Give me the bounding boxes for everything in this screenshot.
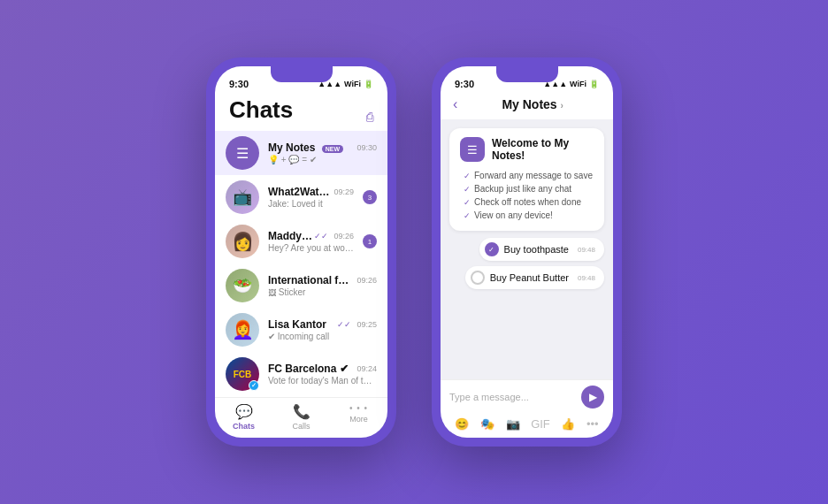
check-icon-2: ✓	[464, 185, 471, 194]
chat-item-lisa[interactable]: 👩‍🦰 Lisa Kantor ✓✓ 09:25 ✔ Incoming call	[215, 308, 387, 352]
chat-name-my-notes: My Notes NEW	[268, 141, 343, 154]
chat-item-intl-foodies[interactable]: 🥗 International foodies 09:26 🖼 Sticker	[215, 263, 387, 308]
chat-name-maddy: Maddy Johnson	[268, 230, 314, 242]
unread-badge-what2watch: 3	[363, 190, 377, 204]
chats-title: Chats	[229, 96, 293, 124]
nav-more-label: More	[349, 415, 368, 424]
todo-check-toothpaste[interactable]: ✓	[485, 242, 499, 256]
welcome-header: ☰ Welcome to My Notes!	[460, 137, 594, 162]
todo-check-peanut-butter[interactable]	[471, 271, 485, 285]
chats-header: Chats ⎙	[215, 93, 387, 131]
notes-chevron: ›	[561, 101, 564, 111]
todo-item-toothpaste[interactable]: ✓ Buy toothpaste 09:48	[479, 238, 604, 261]
welcome-card: ☰ Welcome to My Notes! ✓ Forward any mes…	[449, 128, 604, 231]
unread-badge-maddy: 1	[363, 234, 377, 248]
status-time-1: 9:30	[229, 79, 249, 89]
emoji-icon[interactable]: 😊	[455, 417, 469, 431]
back-button[interactable]: ‹	[453, 96, 457, 112]
todo-section: ✓ Buy toothpaste 09:48 Buy Peanut Butter…	[449, 238, 604, 289]
avatar-fc-barcelona: FCB ✓	[226, 357, 259, 391]
avatar-lisa: 👩‍🦰	[226, 313, 259, 347]
notes-header: ‹ My Notes ›	[441, 93, 613, 119]
chat-content-intl-foodies: International foodies 09:26 🖼 Sticker	[268, 274, 377, 297]
avatar-my-notes: ☰	[226, 136, 259, 170]
signal-icon-2: ▲▲▲	[543, 80, 567, 88]
status-bar-2: 9:30 ▲▲▲ WiFi 🔋	[441, 66, 613, 93]
like-icon[interactable]: 👍	[561, 417, 575, 431]
message-placeholder: Type a message...	[449, 392, 576, 402]
welcome-item-2: ✓ Backup just like any chat	[464, 182, 594, 195]
gif-icon[interactable]: GIF	[531, 417, 550, 431]
nav-chats[interactable]: 💬 Chats	[215, 403, 272, 431]
chat-name-lisa: Lisa Kantor	[268, 318, 326, 331]
chat-preview-what2watch: Jake: Loved it	[268, 199, 354, 209]
bottom-nav: 💬 Chats 📞 Calls • • • More	[215, 397, 387, 438]
welcome-title: Welcome to My Notes!	[492, 137, 594, 162]
chat-time-maddy: 09:26	[334, 232, 354, 241]
chat-item-what2watch[interactable]: 📺 What2Watch 09:29 Jake: Loved it 3	[215, 175, 387, 219]
notes-title: My Notes ›	[464, 97, 601, 111]
todo-time-peanut-butter: 09:48	[578, 274, 595, 282]
avatar-what2watch: 📺	[226, 180, 259, 214]
chats-nav-icon: 💬	[235, 403, 253, 420]
more-toolbar-icon[interactable]: •••	[586, 417, 599, 431]
phone-notes: 9:30 ▲▲▲ WiFi 🔋 ‹ My Notes › ☰ Welcome t…	[432, 57, 622, 447]
status-bar-1: 9:30 ▲▲▲ WiFi 🔋	[215, 66, 387, 93]
battery-icon-2: 🔋	[589, 80, 599, 88]
calls-nav-icon: 📞	[293, 403, 310, 420]
todo-text-toothpaste: Buy toothpaste	[504, 244, 569, 255]
chat-time-lisa: 09:25	[356, 320, 377, 329]
nav-more[interactable]: • • • More	[330, 403, 387, 431]
check-icon-1: ✓	[464, 172, 471, 180]
chat-preview-fc-barcelona: Vote for today's Man of the Match 🏆	[268, 376, 377, 386]
chat-item-maddy[interactable]: 👩 Maddy Johnson ✓✓ 09:26 Hey? Are you at…	[215, 219, 387, 263]
check-icon-3: ✓	[464, 198, 471, 207]
welcome-item-3: ✓ Check off notes when done	[464, 195, 594, 209]
chat-preview-maddy: Hey? Are you at work already? I have som…	[268, 243, 354, 253]
welcome-item-4: ✓ View on any device!	[464, 209, 594, 222]
sticker-icon[interactable]: 🎭	[480, 417, 494, 431]
welcome-item-1: ✓ Forward any message to save	[464, 169, 594, 182]
chat-item-fc-barcelona[interactable]: FCB ✓ FC Barcelona ✔ 09:24 Vote for toda…	[215, 352, 387, 396]
chat-time-fc-barcelona: 09:24	[356, 364, 377, 373]
chat-content-lisa: Lisa Kantor ✓✓ 09:25 ✔ Incoming call	[268, 318, 377, 341]
chat-preview-intl-foodies: 🖼 Sticker	[268, 287, 377, 297]
chat-content-fc-barcelona: FC Barcelona ✔ 09:24 Vote for today's Ma…	[268, 363, 377, 386]
verified-icon: ✓	[249, 380, 259, 391]
wifi-icon-2: WiFi	[570, 80, 586, 88]
signal-icon: ▲▲▲	[318, 80, 341, 88]
status-time-2: 9:30	[455, 79, 474, 89]
chat-content-my-notes: My Notes NEW 09:30 💡 + 💬 = ✔	[268, 141, 377, 164]
chat-name-what2watch: What2Watch	[268, 186, 330, 198]
wifi-icon: WiFi	[344, 80, 361, 88]
chat-name-fc-barcelona: FC Barcelona ✔	[268, 363, 349, 375]
camera-icon[interactable]: 📷	[506, 417, 520, 431]
chat-time-intl-foodies: 09:26	[356, 276, 377, 285]
chat-item-my-notes[interactable]: ☰ My Notes NEW 09:30 💡 + 💬 = ✔	[215, 131, 387, 175]
nav-calls-label: Calls	[292, 422, 310, 431]
todo-item-peanut-butter[interactable]: Buy Peanut Butter 09:48	[465, 266, 604, 289]
notes-body: ☰ Welcome to My Notes! ✓ Forward any mes…	[441, 119, 613, 379]
new-badge: NEW	[322, 145, 343, 153]
double-check-maddy: ✓✓	[314, 232, 328, 241]
chat-name-intl-foodies: International foodies	[268, 274, 353, 286]
message-input-bar: Type a message... ▶	[441, 379, 613, 414]
chat-content-maddy: Maddy Johnson ✓✓ 09:26 Hey? Are you at w…	[268, 230, 354, 253]
todo-time-toothpaste: 09:48	[578, 246, 595, 254]
avatar-maddy: 👩	[226, 225, 259, 258]
toolbar-row: 😊 🎭 📷 GIF 👍 •••	[441, 414, 613, 438]
input-area: Type a message... ▶ 😊 🎭 📷 GIF 👍 •••	[441, 379, 613, 438]
phone-chats: 9:30 ▲▲▲ WiFi 🔋 Chats ⎙ ☰ My Notes NEW 0	[206, 57, 396, 447]
send-button[interactable]: ▶	[581, 386, 604, 409]
edit-icon[interactable]: ⎙	[366, 110, 373, 124]
chat-preview-lisa: ✔ Incoming call	[268, 332, 377, 341]
chat-time-my-notes: 09:30	[356, 143, 377, 152]
double-check-lisa: ✓✓	[337, 320, 351, 329]
nav-calls[interactable]: 📞 Calls	[272, 403, 330, 431]
check-icon-4: ✓	[464, 211, 471, 220]
notes-icon: ☰	[460, 137, 485, 162]
battery-icon: 🔋	[364, 80, 373, 88]
welcome-items: ✓ Forward any message to save ✓ Backup j…	[460, 169, 594, 222]
more-nav-icon: • • •	[349, 403, 368, 413]
nav-chats-label: Chats	[233, 422, 255, 431]
